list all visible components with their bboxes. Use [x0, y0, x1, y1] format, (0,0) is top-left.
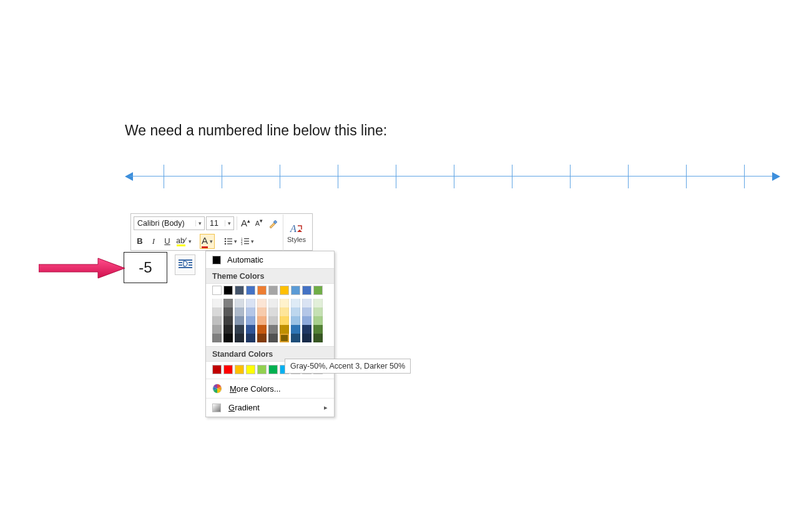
theme-color-swatch[interactable]	[268, 286, 278, 295]
theme-tint-swatch[interactable]	[268, 316, 278, 325]
theme-tint-swatch[interactable]	[280, 307, 289, 316]
theme-tint-swatch[interactable]	[257, 316, 267, 325]
theme-color-swatch[interactable]	[291, 286, 300, 295]
bullets-button[interactable]: ▾	[223, 235, 238, 248]
theme-tint-swatch[interactable]	[280, 299, 289, 307]
theme-tint-swatch[interactable]	[280, 325, 289, 334]
theme-tint-swatch[interactable]	[313, 316, 323, 325]
svg-rect-9	[244, 238, 249, 239]
theme-tint-swatch[interactable]	[313, 299, 323, 307]
font-name-combo[interactable]: Calibri (Body) ▾	[134, 216, 205, 230]
theme-tint-swatch[interactable]	[302, 299, 311, 307]
svg-rect-18	[189, 264, 192, 266]
svg-rect-13	[244, 243, 249, 244]
theme-tint-swatch[interactable]	[257, 299, 267, 307]
theme-tint-swatch[interactable]	[291, 307, 300, 316]
more-colors-item[interactable]: More Colors...	[206, 379, 334, 398]
theme-color-swatch[interactable]	[246, 286, 255, 295]
number-line-tick	[338, 165, 338, 188]
theme-tint-swatch[interactable]	[223, 334, 233, 342]
svg-point-2	[225, 238, 227, 239]
standard-color-swatch[interactable]	[268, 365, 278, 374]
theme-tint-swatch[interactable]	[268, 334, 278, 342]
theme-tint-swatch[interactable]	[313, 325, 323, 334]
standard-color-swatch[interactable]	[246, 365, 255, 374]
theme-tint-swatch[interactable]	[223, 325, 233, 334]
inserted-text-box[interactable]: -5	[124, 252, 167, 283]
theme-tint-swatch[interactable]	[257, 307, 267, 316]
standard-color-swatch[interactable]	[235, 365, 244, 374]
standard-color-swatch[interactable]	[212, 365, 222, 374]
theme-colors-row	[206, 284, 334, 297]
font-size-combo[interactable]: 11 ▾	[206, 216, 234, 230]
format-painter-button[interactable]	[267, 216, 280, 230]
theme-tint-swatch[interactable]	[223, 316, 233, 325]
theme-tint-swatch[interactable]	[246, 316, 255, 325]
theme-tint-swatch[interactable]	[280, 316, 289, 325]
theme-tint-swatch[interactable]	[268, 299, 278, 307]
bold-button[interactable]: B	[134, 235, 146, 248]
theme-tint-swatch[interactable]	[313, 307, 323, 316]
theme-colors-label: Theme Colors	[206, 268, 334, 284]
standard-color-swatch[interactable]	[257, 365, 267, 374]
more-colors-label: More Colors...	[230, 384, 281, 394]
theme-tint-swatch[interactable]	[246, 299, 255, 307]
theme-tint-swatch[interactable]	[302, 334, 311, 342]
theme-tint-swatch[interactable]	[223, 307, 233, 316]
highlight-color-button[interactable]: ab⁄	[175, 235, 187, 248]
highlight-color-swatch	[177, 244, 185, 246]
mini-toolbar-row-2: B I U ab⁄ ▾ A ▾ ▾ 1 2 3 ▾	[131, 232, 312, 250]
underline-button[interactable]: U	[161, 235, 174, 248]
number-line-tick	[222, 165, 222, 188]
theme-color-swatch[interactable]	[280, 286, 289, 295]
theme-color-swatch[interactable]	[212, 286, 222, 295]
theme-tint-swatch[interactable]	[313, 334, 323, 342]
numbering-icon: 1 2 3	[241, 237, 250, 246]
theme-tint-swatch[interactable]	[212, 316, 222, 325]
automatic-color-item[interactable]: Automatic	[206, 251, 334, 268]
theme-tint-swatch[interactable]	[302, 316, 311, 325]
theme-tint-swatch[interactable]	[291, 334, 300, 342]
theme-tint-swatch[interactable]	[291, 316, 300, 325]
theme-tint-swatch[interactable]	[257, 325, 267, 334]
theme-tint-swatch[interactable]	[223, 299, 233, 307]
italic-button[interactable]: I	[147, 235, 160, 248]
theme-tint-swatch[interactable]	[268, 325, 278, 334]
theme-tint-swatch[interactable]	[257, 334, 267, 342]
mini-toolbar: Calibri (Body) ▾ 11 ▾ A▴ A▾ A Styles B I…	[130, 213, 313, 251]
theme-tint-swatch[interactable]	[302, 325, 311, 334]
paintbrush-icon	[268, 218, 279, 229]
theme-color-swatch[interactable]	[223, 286, 233, 295]
shrink-font-button[interactable]: A▾	[253, 216, 265, 230]
theme-tint-swatch[interactable]	[291, 325, 300, 334]
theme-tint-swatch[interactable]	[302, 307, 311, 316]
theme-tint-swatch[interactable]	[212, 299, 222, 307]
grow-font-button[interactable]: A▴	[237, 216, 252, 230]
gradient-item[interactable]: Gradient ▸	[206, 398, 334, 417]
theme-tint-swatch[interactable]	[212, 325, 222, 334]
theme-tint-swatch[interactable]	[212, 334, 222, 342]
gradient-icon	[212, 404, 221, 412]
theme-tint-swatch[interactable]	[268, 307, 278, 316]
theme-tint-swatch[interactable]	[235, 325, 244, 334]
theme-tint-swatch[interactable]	[235, 307, 244, 316]
theme-tint-swatch[interactable]	[291, 299, 300, 307]
theme-tint-swatch[interactable]	[280, 334, 289, 342]
theme-tint-swatch[interactable]	[246, 325, 255, 334]
theme-color-swatch[interactable]	[235, 286, 244, 295]
theme-tint-swatch[interactable]	[246, 307, 255, 316]
layout-options-button[interactable]	[175, 254, 195, 275]
theme-tint-swatch[interactable]	[235, 334, 244, 342]
theme-color-swatch[interactable]	[302, 286, 311, 295]
theme-color-swatch[interactable]	[257, 286, 267, 295]
theme-color-swatch[interactable]	[313, 286, 323, 295]
highlighter-icon: ab⁄	[176, 236, 185, 245]
theme-tint-swatch[interactable]	[235, 299, 244, 307]
standard-color-swatch[interactable]	[223, 365, 233, 374]
chevron-down-icon[interactable]: ▾	[189, 238, 192, 244]
theme-tint-swatch[interactable]	[235, 316, 244, 325]
theme-tint-swatch[interactable]	[212, 307, 222, 316]
numbering-button[interactable]: 1 2 3 ▾	[240, 235, 255, 248]
theme-tint-swatch[interactable]	[246, 334, 255, 342]
font-color-button[interactable]: A ▾	[200, 234, 215, 249]
